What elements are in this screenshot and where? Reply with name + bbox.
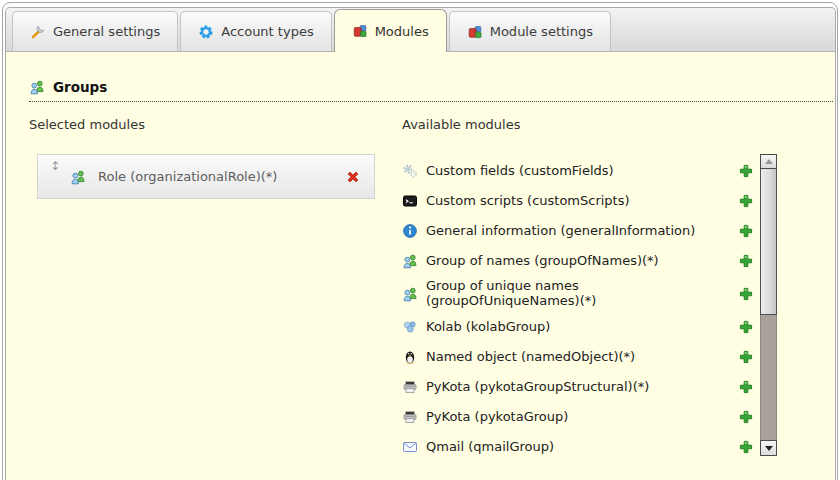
list-item: Custom scripts (customScripts) — [402, 186, 754, 216]
tab-bar: General settings Account types — [6, 8, 835, 52]
selected-modules-heading: Selected modules — [29, 117, 402, 132]
list-item: Named object (namedObject)(*) — [402, 342, 754, 372]
tab-modules[interactable]: Modules — [334, 9, 447, 52]
modules-icon — [467, 24, 483, 40]
module-label: Role (organizationalRole)(*) — [98, 169, 277, 184]
add-plus-icon[interactable] — [738, 223, 754, 239]
printer-icon — [402, 379, 418, 395]
module-label: Kolab (kolabGroup) — [426, 320, 738, 335]
selected-module-row[interactable]: ↕ Role (organizationalRole)(*) — [37, 154, 375, 199]
list-item: Qmail (qmailGroup) — [402, 432, 754, 462]
printer-icon — [402, 409, 418, 425]
list-item: Kolab (kolabGroup) — [402, 312, 754, 342]
groups-icon — [402, 286, 418, 302]
tab-general-settings[interactable]: General settings — [12, 11, 178, 51]
page-title: Groups — [53, 79, 107, 95]
tab-panel: General settings Account types — [5, 7, 836, 480]
tab-label: Module settings — [490, 24, 593, 39]
module-label: Custom fields (customFields) — [426, 164, 738, 179]
add-plus-icon[interactable] — [738, 439, 754, 455]
list-item: Custom fields (customFields) — [402, 156, 754, 186]
envelope-icon — [402, 439, 418, 455]
add-plus-icon[interactable] — [738, 193, 754, 209]
add-plus-icon[interactable] — [738, 319, 754, 335]
tab-account-types[interactable]: Account types — [180, 11, 331, 51]
groups-icon — [29, 79, 45, 95]
gear-icon — [198, 24, 214, 40]
available-modules-scrollbar — [760, 154, 777, 456]
selected-modules-column: Selected modules ↕ Role (organizationalR — [29, 117, 402, 462]
module-label: Named object (namedObject)(*) — [426, 350, 738, 365]
modules-content: Groups Selected modules ↕ — [6, 79, 835, 462]
module-label: Qmail (qmailGroup) — [426, 440, 738, 455]
tab-label: General settings — [53, 24, 160, 39]
list-item: Group of unique names (groupOfUniqueName… — [402, 276, 754, 312]
add-plus-icon[interactable] — [738, 379, 754, 395]
module-label: PyKota (pykotaGroupStructural)(*) — [426, 380, 738, 395]
kolab-icon — [402, 319, 418, 335]
module-label: PyKota (pykotaGroup) — [426, 410, 738, 425]
available-modules-column: Available modules — [402, 117, 835, 462]
available-modules-list: Custom fields (customFields) — [402, 154, 754, 462]
module-label: Group of names (groupOfNames)(*) — [426, 254, 738, 269]
penguin-icon — [402, 349, 418, 365]
module-label: Group of unique names (groupOfUniqueName… — [426, 279, 738, 309]
delete-x-icon[interactable] — [345, 169, 361, 185]
list-item: General information (generalInformation) — [402, 216, 754, 246]
section-heading: Groups — [29, 79, 833, 102]
scrollbar-track[interactable] — [760, 315, 777, 440]
groups-icon — [70, 169, 86, 185]
add-plus-icon[interactable] — [738, 253, 754, 269]
terminal-icon — [402, 193, 418, 209]
add-plus-icon[interactable] — [738, 286, 754, 302]
list-item: PyKota (pykotaGroup) — [402, 402, 754, 432]
scroll-up-icon[interactable] — [760, 154, 777, 169]
module-label: Custom scripts (customScripts) — [426, 194, 738, 209]
settings-window: General settings Account types — [0, 0, 840, 480]
gears-icon — [402, 163, 418, 179]
add-plus-icon[interactable] — [738, 409, 754, 425]
scrollbar-thumb[interactable] — [760, 169, 777, 315]
groups-icon — [402, 253, 418, 269]
add-plus-icon[interactable] — [738, 349, 754, 365]
tab-module-settings[interactable]: Module settings — [449, 11, 611, 51]
tab-label: Account types — [221, 24, 313, 39]
module-label: General information (generalInformation) — [426, 224, 738, 239]
list-item: PyKota (pykotaGroupStructural)(*) — [402, 372, 754, 402]
modules-icon — [352, 23, 368, 39]
list-item: Group of names (groupOfNames)(*) — [402, 246, 754, 276]
available-modules-heading: Available modules — [402, 117, 835, 132]
wrench-icon — [30, 24, 46, 40]
drag-handle-icon[interactable]: ↕ — [50, 160, 60, 172]
scroll-down-icon[interactable] — [760, 440, 777, 456]
info-icon — [402, 223, 418, 239]
tab-label: Modules — [375, 24, 429, 39]
add-plus-icon[interactable] — [738, 163, 754, 179]
module-columns: Selected modules ↕ Role (organizationalR — [29, 117, 835, 462]
